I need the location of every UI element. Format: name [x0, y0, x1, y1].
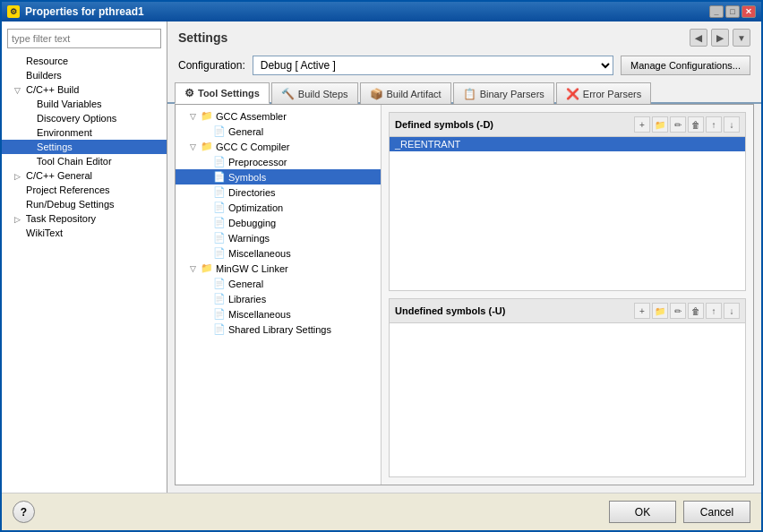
tab-error-parsers[interactable]: ❌ Error Parsers: [556, 82, 651, 104]
undefined-symbols-header: Undefined symbols (-U) + 📁 ✏ 🗑 ↑ ↓: [389, 298, 746, 322]
tab-label: Binary Parsers: [480, 89, 544, 99]
tree-node-optimization[interactable]: 📄 Optimization: [176, 200, 381, 215]
tree-node-linker-general[interactable]: 📄 General: [176, 276, 381, 291]
delete-defined-symbol-button[interactable]: 🗑: [688, 116, 704, 133]
ok-button[interactable]: OK: [609, 501, 676, 523]
help-button[interactable]: ?: [13, 501, 35, 523]
expander-icon: ▽: [14, 86, 23, 95]
config-label: Configuration:: [178, 59, 245, 72]
config-select[interactable]: Debug [ Active ]: [253, 56, 613, 75]
sidebar-item-task-repository[interactable]: ▷ Task Repository: [2, 211, 167, 226]
sidebar-item-label: Task Repository: [26, 213, 96, 224]
title-buttons: _ □ ✕: [709, 5, 756, 18]
tree-node-preprocessor[interactable]: 📄 Preprocessor: [176, 154, 381, 169]
file-icon: 📄: [213, 202, 226, 213]
tree-node-miscellaneous[interactable]: 📄 Miscellaneous: [176, 245, 381, 261]
tab-build-artifact[interactable]: 📦 Build Artifact: [360, 82, 451, 104]
tab-label: Tool Settings: [198, 88, 260, 99]
tree-node-gcc-assembler[interactable]: ▽ 📁 GCC Assembler: [176, 108, 381, 124]
sidebar-item-label: Build Variables: [37, 99, 102, 109]
sidebar-item-discovery-options[interactable]: Discovery Options: [2, 111, 167, 125]
tree-node-debugging[interactable]: 📄 Debugging: [176, 215, 381, 230]
sidebar-item-build-variables[interactable]: Build Variables: [2, 97, 167, 111]
folder-icon: 📁: [201, 110, 213, 122]
sidebar-item-label: WikiText: [26, 227, 63, 238]
sidebar-item-run-debug[interactable]: Run/Debug Settings: [2, 197, 167, 211]
maximize-button[interactable]: □: [725, 5, 740, 18]
move-up-defined-button[interactable]: ↑: [706, 116, 722, 133]
tree-node-warnings[interactable]: 📄 Warnings: [176, 230, 381, 245]
tab-binary-parsers[interactable]: 📋 Binary Parsers: [453, 82, 554, 104]
tree-node-mingw-linker[interactable]: ▽ 📁 MinGW C Linker: [176, 261, 381, 276]
sidebar-item-builders[interactable]: Builders: [2, 68, 167, 82]
binary-parsers-tab-icon: 📋: [463, 88, 476, 100]
defined-symbols-toolbar: + 📁 ✏ 🗑 ↑ ↓: [634, 116, 740, 133]
sidebar-item-project-references[interactable]: Project References: [2, 183, 167, 197]
main-area: Settings ◀ ▶ ▼ Configuration: Debug [ Ac…: [167, 21, 761, 493]
sidebar-item-label: C/C++ Build: [26, 84, 79, 95]
tree-node-symbols[interactable]: 📄 Symbols: [176, 169, 381, 184]
defined-symbols-title: Defined symbols (-D): [395, 119, 493, 130]
tree-node-libraries[interactable]: 📄 Libraries: [176, 291, 381, 306]
sidebar-item-tool-chain-editor[interactable]: Tool Chain Editor: [2, 154, 167, 168]
expand-icon: ▽: [190, 112, 201, 121]
node-label: GCC C Compiler: [216, 142, 290, 152]
file-icon: 📄: [213, 156, 226, 167]
node-label: GCC Assembler: [216, 111, 287, 122]
sidebar-item-label: Project References: [26, 184, 110, 195]
delete-undefined-symbol-button[interactable]: 🗑: [688, 303, 704, 319]
minimize-button[interactable]: _: [709, 5, 724, 18]
expand-icon: ▽: [190, 264, 201, 273]
panel-content: ▽ 📁 GCC Assembler 📄 General ▽ 📁 GCC C Co…: [175, 104, 754, 485]
tabs-bar: ⚙ Tool Settings 🔨 Build Steps 📦 Build Ar…: [167, 81, 761, 104]
add-from-workspace-defined-button[interactable]: 📁: [652, 116, 668, 133]
tree-node-directories[interactable]: 📄 Directories: [176, 184, 381, 200]
file-icon: 📄: [213, 125, 226, 137]
tree-node-linker-misc[interactable]: 📄 Miscellaneous: [176, 306, 381, 322]
close-button[interactable]: ✕: [742, 5, 756, 18]
filter-box: [7, 29, 161, 48]
sidebar-item-label: C/C++ General: [26, 170, 92, 181]
move-down-undefined-button[interactable]: ↓: [724, 303, 740, 319]
sidebar-item-wikitext[interactable]: WikiText: [2, 226, 167, 240]
folder-icon: 📁: [201, 262, 213, 274]
nav-dropdown-button[interactable]: ▼: [733, 29, 750, 47]
edit-defined-symbol-button[interactable]: ✏: [670, 116, 686, 133]
filter-input[interactable]: [7, 29, 161, 48]
add-undefined-symbol-button[interactable]: +: [634, 303, 650, 319]
manage-configurations-button[interactable]: Manage Configurations...: [621, 56, 750, 75]
sidebar-item-label: Resource: [26, 56, 68, 66]
tree-node-shared-lib[interactable]: 📄 Shared Library Settings: [176, 322, 381, 337]
sidebar: Resource Builders ▽ C/C++ Build Build Va…: [2, 21, 167, 493]
nav-forward-button[interactable]: ▶: [711, 29, 729, 47]
sidebar-item-resource[interactable]: Resource: [2, 54, 167, 68]
expand-icon: ▽: [190, 142, 201, 151]
tool-settings-tab-icon: ⚙: [184, 87, 194, 99]
tab-tool-settings[interactable]: ⚙ Tool Settings: [175, 82, 270, 104]
content-area: Resource Builders ▽ C/C++ Build Build Va…: [2, 21, 761, 493]
sidebar-item-environment[interactable]: Environment: [2, 125, 167, 140]
move-up-undefined-button[interactable]: ↑: [706, 303, 722, 319]
tab-label: Build Artifact: [387, 89, 442, 99]
sidebar-item-settings[interactable]: Settings: [2, 140, 167, 154]
sidebar-item-label: Run/Debug Settings: [26, 199, 114, 210]
nav-back-button[interactable]: ◀: [690, 29, 707, 47]
sidebar-item-cxx-build[interactable]: ▽ C/C++ Build: [2, 82, 167, 97]
node-label: General: [228, 126, 263, 137]
defined-symbols-section: Defined symbols (-D) + 📁 ✏ 🗑 ↑ ↓: [389, 112, 746, 291]
tab-build-steps[interactable]: 🔨 Build Steps: [271, 82, 358, 104]
tree-node-gcc-asm-general[interactable]: 📄 General: [176, 124, 381, 139]
add-defined-symbol-button[interactable]: +: [634, 116, 650, 133]
node-label: MinGW C Linker: [216, 263, 288, 274]
cancel-button[interactable]: Cancel: [683, 501, 750, 523]
defined-symbol-item[interactable]: _REENTRANT: [390, 137, 745, 151]
tree-node-gcc-c-compiler[interactable]: ▽ 📁 GCC C Compiler: [176, 139, 381, 154]
file-icon: 📄: [213, 186, 226, 198]
edit-undefined-symbol-button[interactable]: ✏: [670, 303, 686, 319]
symbols-panel: Defined symbols (-D) + 📁 ✏ 🗑 ↑ ↓: [382, 105, 753, 485]
sidebar-item-cxx-general[interactable]: ▷ C/C++ General: [2, 168, 167, 183]
defined-symbols-list: _REENTRANT: [389, 136, 746, 291]
add-from-workspace-undefined-button[interactable]: 📁: [652, 303, 668, 319]
settings-title: Settings: [178, 30, 227, 45]
move-down-defined-button[interactable]: ↓: [724, 116, 740, 133]
